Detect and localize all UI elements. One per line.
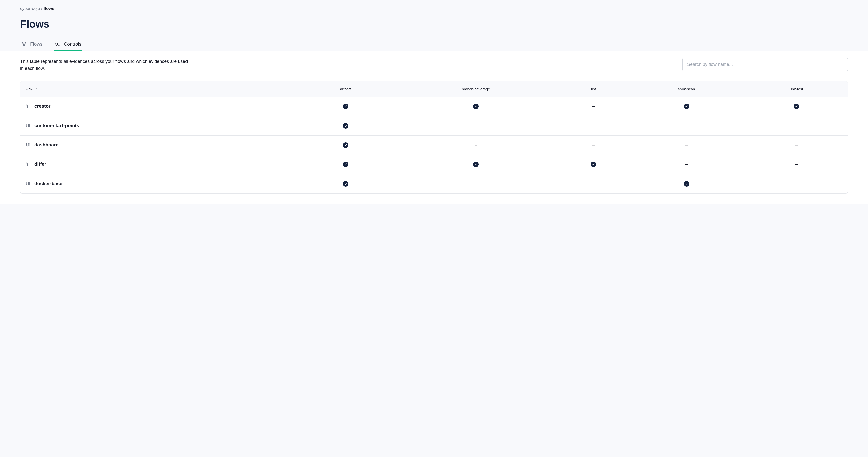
evidence-cell-branch-coverage <box>392 97 559 116</box>
col-snyk-scan: snyk-scan <box>627 81 745 97</box>
controls-icon <box>55 41 61 47</box>
check-icon <box>343 142 348 148</box>
flow-name: creator <box>34 103 51 109</box>
flow-cell[interactable]: custom-start-points <box>20 116 299 135</box>
evidence-cell-lint: – <box>559 97 627 116</box>
col-unit-test: unit-test <box>745 81 848 97</box>
flow-cell[interactable]: docker-base <box>20 174 299 193</box>
table-row: custom-start-points–––– <box>20 116 848 135</box>
waves-icon <box>25 123 30 128</box>
dash-icon: – <box>592 104 595 109</box>
check-icon <box>684 104 689 109</box>
col-lint: lint <box>559 81 627 97</box>
evidence-cell-lint: – <box>559 135 627 155</box>
evidence-table: Flow ⌃ artifactbranch-coveragelintsnyk-s… <box>20 81 848 193</box>
evidence-cell-unit-test: – <box>745 174 848 193</box>
check-icon <box>473 104 479 109</box>
dash-icon: – <box>475 142 477 147</box>
dash-icon: – <box>685 162 688 167</box>
main-content: This table represents all evidences acro… <box>0 51 868 204</box>
tab-controls-label: Controls <box>64 41 82 47</box>
check-icon <box>794 104 799 109</box>
table-row: dashboard–––– <box>20 135 848 155</box>
chevron-up-icon: ⌃ <box>35 88 38 91</box>
evidence-cell-unit-test: – <box>745 135 848 155</box>
evidence-cell-unit-test: – <box>745 116 848 135</box>
evidence-cell-snyk-scan: – <box>627 155 745 174</box>
dash-icon: – <box>795 162 798 167</box>
table-head: Flow ⌃ artifactbranch-coveragelintsnyk-s… <box>20 81 848 97</box>
flow-cell[interactable]: dashboard <box>20 135 299 155</box>
tab-flows[interactable]: Flows <box>20 38 44 51</box>
breadcrumb-current: flows <box>44 6 55 11</box>
table-row: differ–– <box>20 155 848 174</box>
waves-icon <box>25 181 30 186</box>
dash-icon: – <box>475 123 477 128</box>
flow-name: custom-start-points <box>34 123 79 128</box>
evidence-cell-artifact <box>299 97 392 116</box>
flow-name: dashboard <box>34 142 59 148</box>
evidence-cell-branch-coverage: – <box>392 116 559 135</box>
waves-icon <box>25 162 30 167</box>
breadcrumb-parent[interactable]: cyber-dojo <box>20 6 40 11</box>
evidence-cell-unit-test: – <box>745 155 848 174</box>
table-row: creator– <box>20 97 848 116</box>
waves-icon <box>21 41 27 47</box>
table-body: creator–custom-start-points––––dashboard… <box>20 97 848 193</box>
check-icon <box>591 162 596 167</box>
flow-cell[interactable]: differ <box>20 155 299 174</box>
check-icon <box>343 162 348 167</box>
waves-icon <box>25 104 30 109</box>
page-description: This table represents all evidences acro… <box>20 58 191 72</box>
evidence-cell-unit-test <box>745 97 848 116</box>
dash-icon: – <box>795 181 798 186</box>
col-artifact: artifact <box>299 81 392 97</box>
breadcrumb: cyber-dojo / flows <box>20 6 848 11</box>
evidence-cell-snyk-scan <box>627 97 745 116</box>
dash-icon: – <box>592 142 595 147</box>
waves-icon <box>25 142 30 147</box>
evidence-cell-branch-coverage <box>392 155 559 174</box>
check-icon <box>473 162 479 167</box>
dash-icon: – <box>592 123 595 128</box>
table-header-row: Flow ⌃ artifactbranch-coveragelintsnyk-s… <box>20 81 848 97</box>
evidence-cell-lint: – <box>559 174 627 193</box>
evidence-cell-snyk-scan: – <box>627 135 745 155</box>
search-input[interactable] <box>682 58 848 71</box>
evidence-cell-branch-coverage: – <box>392 174 559 193</box>
tabs: Flows Controls <box>20 38 848 51</box>
evidence-cell-lint <box>559 155 627 174</box>
flow-name: differ <box>34 161 46 167</box>
check-icon <box>343 123 348 128</box>
evidence-cell-branch-coverage: – <box>392 135 559 155</box>
content-header: This table represents all evidences acro… <box>20 58 848 72</box>
evidence-cell-artifact <box>299 116 392 135</box>
col-branch-coverage: branch-coverage <box>392 81 559 97</box>
breadcrumb-separator: / <box>41 6 42 11</box>
evidence-table-wrapper: Flow ⌃ artifactbranch-coveragelintsnyk-s… <box>20 81 848 193</box>
col-flow-sort[interactable]: Flow ⌃ <box>20 81 299 97</box>
check-icon <box>684 181 689 187</box>
flow-cell[interactable]: creator <box>20 97 299 116</box>
evidence-cell-snyk-scan <box>627 174 745 193</box>
dash-icon: – <box>795 142 798 147</box>
evidence-cell-artifact <box>299 174 392 193</box>
table-row: docker-base––– <box>20 174 848 193</box>
evidence-cell-lint: – <box>559 116 627 135</box>
check-icon <box>343 181 348 187</box>
evidence-cell-artifact <box>299 155 392 174</box>
col-flow-label: Flow <box>25 87 33 91</box>
flow-name: docker-base <box>34 181 62 186</box>
dash-icon: – <box>685 142 688 147</box>
tab-controls[interactable]: Controls <box>54 38 83 51</box>
dash-icon: – <box>475 181 477 186</box>
dash-icon: – <box>592 181 595 186</box>
dash-icon: – <box>795 123 798 128</box>
evidence-cell-snyk-scan: – <box>627 116 745 135</box>
page-header: cyber-dojo / flows Flows Flows <box>0 0 868 51</box>
page-title: Flows <box>20 18 848 30</box>
svg-point-2 <box>57 44 58 45</box>
check-icon <box>343 104 348 109</box>
evidence-cell-artifact <box>299 135 392 155</box>
tab-flows-label: Flows <box>30 41 43 47</box>
